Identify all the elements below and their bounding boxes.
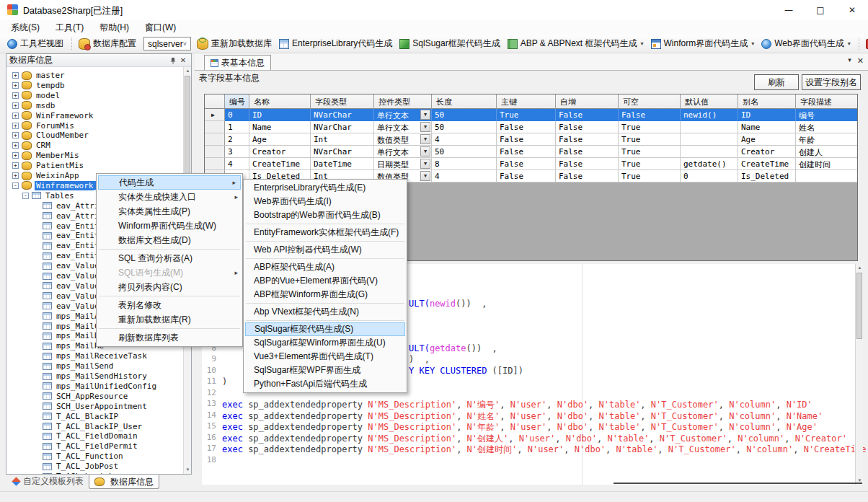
toolbar-button-ABP & ABPNext 框架代码生成[interactable]: ABP & ABPNext 框架代码生成▾	[505, 36, 647, 51]
tree-item-msdb[interactable]: +msdb	[12, 101, 57, 110]
grid-cell[interactable]: 4	[432, 170, 497, 182]
scroll-up-icon[interactable]: ▲	[856, 264, 864, 272]
tree-item-MemberMis[interactable]: +MemberMis	[12, 151, 81, 160]
chevron-down-icon[interactable]: ▾	[641, 40, 644, 47]
grid-cell[interactable]: False	[497, 146, 556, 158]
tree-item-table-mps_MailUnifiedConfig[interactable]: mps_MailUnifiedConfig	[43, 382, 158, 391]
tab-close-icon[interactable]: ✕	[857, 56, 864, 66]
context-menu-item-拷贝列表内容(C)[interactable]: 拷贝列表内容(C)	[97, 280, 242, 294]
grid-cell[interactable]: False	[556, 158, 619, 170]
tree-item-table-mps_MailReceiveTask[interactable]: mps_MailReceiveTask	[43, 351, 149, 361]
grid-column-header-自增[interactable]: 自增	[556, 94, 619, 109]
grid-cell[interactable]: getdate()	[681, 158, 738, 170]
tab-list-dropdown-icon[interactable]: ▾	[848, 56, 851, 66]
submenu-item-Python+FastApi后端代码生成[interactable]: Python+FastApi后端代码生成	[244, 377, 407, 391]
context-menu-item-实体类生成快速入口[interactable]: 实体类生成快速入口▸	[97, 190, 242, 204]
grid-column-header-名称[interactable]: 名称	[249, 94, 311, 109]
grid-cell[interactable]: 4	[225, 158, 249, 170]
submenu-item-ABP框架Winform界面生成(G)[interactable]: ABP框架Winform界面生成(G)	[244, 288, 407, 301]
grid-column-header-编号[interactable]: 编号	[225, 94, 249, 109]
context-menu-item-表别名修改[interactable]: 表别名修改	[97, 298, 242, 312]
toolbar-button-重新加载数据库[interactable]: 重新加载数据库	[194, 36, 275, 51]
context-menu-item-代码生成[interactable]: 代码生成▸	[98, 175, 241, 190]
left-tab-自定义模板列表[interactable]: 自定义模板列表	[7, 475, 89, 488]
context-menu-item-刷新数据库列表[interactable]: 刷新数据库列表	[97, 330, 242, 345]
grid-cell[interactable]: 创建时间	[796, 158, 858, 170]
chevron-down-icon[interactable]: ▾	[848, 40, 851, 47]
grid-row-selector[interactable]: ▶	[205, 109, 225, 121]
grid-cell[interactable]: Name	[738, 121, 796, 133]
toolbar-button-Web界面代码生成[interactable]: Web界面代码生成▾	[758, 36, 853, 51]
tree-item-table-SCH_UserAppointment[interactable]: SCH_UserAppointment	[43, 402, 149, 411]
grid-corner-header[interactable]	[205, 94, 225, 109]
tree-item-ForumMis[interactable]: +ForumMis	[12, 121, 76, 131]
toolbar-button-工具栏视图[interactable]: 工具栏视图	[4, 36, 66, 51]
database-type-combobox[interactable]: sqlserver˅	[143, 37, 191, 50]
submenu-item-Web界面代码生成(I)[interactable]: Web界面代码生成(I)	[244, 195, 407, 208]
chevron-down-icon[interactable]: ▾	[751, 40, 754, 47]
cell-dropdown-icon[interactable]: ▼	[420, 159, 430, 169]
expand-icon[interactable]: +	[12, 113, 19, 119]
grid-cell[interactable]: Age	[249, 133, 311, 146]
submenu-item-Web API控制器代码生成(W)[interactable]: Web API控制器代码生成(W)	[244, 243, 407, 257]
tree-item-WeixinApp[interactable]: +WeixinApp	[12, 171, 81, 180]
grid-cell[interactable]: 2	[225, 133, 249, 146]
expand-icon[interactable]: +	[12, 72, 19, 79]
grid-cell[interactable]: 单行文本▼	[374, 109, 432, 121]
cell-dropdown-icon[interactable]: ▼	[420, 146, 430, 157]
grid-cell[interactable]	[681, 146, 738, 158]
grid-cell[interactable]: False	[556, 121, 619, 133]
tree-item-table-mps_MailSend[interactable]: mps_MailSend	[43, 361, 115, 371]
grid-cell[interactable]: 8	[432, 158, 497, 170]
grid-cell[interactable]: 1	[225, 121, 249, 133]
tree-item-table-T_ACL_BlackIP_User[interactable]: T_ACL_BlackIP_User	[43, 422, 143, 431]
expand-icon[interactable]: +	[12, 172, 19, 179]
grid-row-selector[interactable]	[205, 146, 225, 158]
grid-row-selector[interactable]	[205, 158, 225, 170]
code-scrollbar-thumb[interactable]	[856, 273, 862, 339]
grid-cell[interactable]: 年龄	[796, 133, 858, 146]
menubar-item-2[interactable]: 工具(T)	[48, 20, 92, 35]
tree-item-CRM[interactable]: +CRM	[12, 141, 52, 150]
tree-item-table-T_ACL_JobPost[interactable]: T_ACL_JobPost	[43, 462, 120, 471]
grid-cell[interactable]: False	[497, 133, 556, 146]
grid-cell[interactable]	[681, 121, 738, 133]
toolbar-button-Winform界面代码生成[interactable]: Winform界面代码生成▾	[648, 36, 758, 51]
grid-cell[interactable]: False	[556, 146, 619, 158]
context-menu-item-数据库文档生成(D)[interactable]: 数据库文档生成(D)	[97, 233, 242, 247]
maximize-button[interactable]: □	[805, 0, 836, 20]
submenu-item-Abp VNext框架代码生成(N)[interactable]: Abp VNext框架代码生成(N)	[244, 305, 407, 319]
expand-icon[interactable]: +	[12, 142, 19, 149]
tree-item-PatientMis[interactable]: +PatientMis	[12, 161, 85, 170]
grid-cell[interactable]: newid()	[681, 109, 738, 121]
expand-icon[interactable]: +	[12, 152, 19, 159]
grid-column-header-字段类型[interactable]: 字段类型	[311, 94, 374, 109]
tree-item-table-T_ACL_FieldPermit[interactable]: T_ACL_FieldPermit	[43, 441, 139, 451]
grid-row-selector[interactable]	[205, 133, 225, 146]
tree-item-CloudMember[interactable]: +CloudMember	[12, 131, 90, 140]
tree-item-table-T_ACL_Function[interactable]: T_ACL_Function	[43, 452, 125, 461]
submenu-item-EnterpriseLibrary代码生成(E)[interactable]: EnterpriseLibrary代码生成(E)	[244, 181, 407, 195]
grid-cell[interactable]: NVarChar	[311, 109, 374, 121]
collapse-icon[interactable]: -	[22, 193, 29, 199]
submenu-item-EntityFramework实体框架代码生成(F)[interactable]: EntityFramework实体框架代码生成(F)	[244, 226, 407, 239]
grid-cell[interactable]: True	[619, 133, 681, 146]
tree-item-tables[interactable]: -Tables	[22, 191, 76, 201]
grid-column-header-主键[interactable]: 主键	[497, 94, 556, 109]
menubar-item-3[interactable]: 帮助(H)	[92, 20, 137, 35]
grid-cell[interactable]: 姓名	[796, 121, 858, 133]
grid-row-selector[interactable]	[205, 121, 225, 133]
grid-cell[interactable]: CreateTime	[249, 158, 311, 170]
submenu-item-ABP框架代码生成(A)[interactable]: ABP框架代码生成(A)	[244, 260, 407, 274]
grid-cell[interactable]: ID	[738, 109, 796, 121]
grid-cell[interactable]: ID	[249, 109, 311, 121]
expand-icon[interactable]: +	[12, 132, 19, 138]
submenu-item-ABP的Vue+Element界面代码(V)[interactable]: ABP的Vue+Element界面代码(V)	[244, 274, 407, 288]
grid-cell[interactable]: CreateTime	[738, 158, 796, 170]
grid-column-header-别名[interactable]: 别名	[738, 94, 796, 109]
menubar-item-1[interactable]: 系统(S)	[3, 20, 48, 35]
grid-cell[interactable]: True	[619, 158, 681, 170]
grid-cell[interactable]: 单行文本▼	[374, 146, 432, 158]
grid-cell[interactable]: Name	[249, 121, 311, 133]
grid-cell[interactable]: NVarChar	[311, 121, 374, 133]
